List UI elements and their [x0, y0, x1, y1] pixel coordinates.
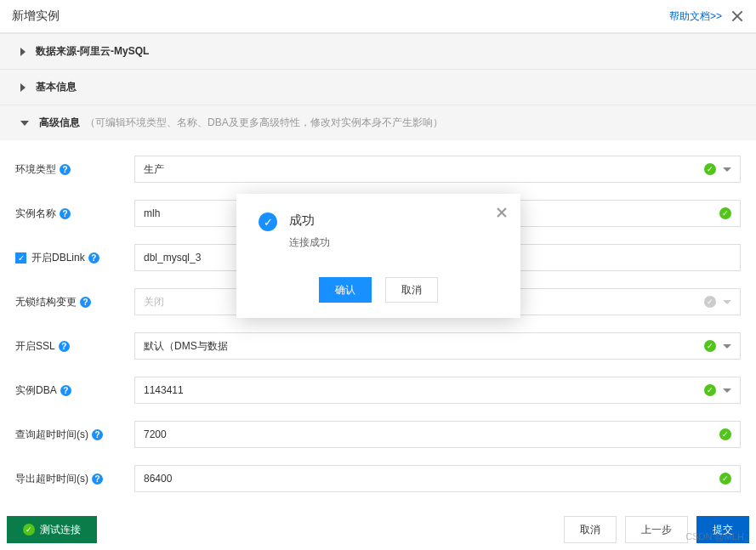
- env-type-select[interactable]: 生产 ✓: [134, 156, 741, 183]
- help-icon[interactable]: ?: [59, 341, 70, 352]
- ssl-value: 默认（DMS与数据: [144, 339, 699, 354]
- env-type-value: 生产: [144, 162, 699, 177]
- help-icon[interactable]: ?: [88, 252, 99, 264]
- check-icon: ✓: [704, 163, 716, 175]
- help-icon[interactable]: ?: [60, 208, 71, 219]
- dialog-title: 新增实例: [12, 9, 60, 24]
- modal-title: 成功: [289, 213, 330, 229]
- section-advanced-sub: （可编辑环境类型、名称、DBA及更多高级特性，修改对实例本身不产生影响）: [85, 116, 443, 130]
- check-icon: ✓: [23, 524, 35, 536]
- label-dba-text: 实例DBA: [15, 383, 57, 398]
- section-advanced: 高级信息 （可编辑环境类型、名称、DBA及更多高级特性，修改对实例本身不产生影响…: [0, 105, 756, 140]
- help-icon[interactable]: ?: [60, 385, 71, 396]
- modal-body: ✓ 成功 连接成功: [259, 213, 498, 250]
- prev-button[interactable]: 上一步: [625, 516, 688, 543]
- disabled-icon: ✓: [704, 296, 716, 308]
- chevron-down-icon: [723, 300, 731, 304]
- section-datasource: 数据来源-阿里云-MySQL: [0, 33, 756, 69]
- query-timeout-value: 7200: [144, 428, 714, 440]
- modal-content: 成功 连接成功: [289, 213, 330, 250]
- check-icon: ✓: [719, 473, 731, 485]
- row-env-type: 环境类型 ? 生产 ✓: [0, 147, 756, 191]
- label-env-type: 环境类型 ?: [15, 162, 134, 177]
- modal-footer: 确认 取消: [259, 277, 498, 303]
- chevron-down-icon: [723, 167, 731, 172]
- section-advanced-label: 高级信息: [39, 116, 80, 130]
- section-datasource-header[interactable]: 数据来源-阿里云-MySQL: [0, 34, 756, 69]
- export-timeout-value: 86400: [144, 473, 714, 485]
- check-icon: ✓: [704, 384, 716, 396]
- check-icon: ✓: [719, 428, 731, 440]
- test-connection-label: 测试连接: [40, 523, 81, 537]
- help-icon[interactable]: ?: [92, 429, 103, 440]
- section-advanced-header[interactable]: 高级信息 （可编辑环境类型、名称、DBA及更多高级特性，修改对实例本身不产生影响…: [0, 105, 756, 140]
- row-query-timeout: 查询超时时间(s) ? 7200 ✓: [0, 412, 756, 456]
- label-query-timeout-text: 查询超时时间(s): [15, 428, 88, 442]
- export-timeout-input[interactable]: 86400 ✓: [134, 465, 741, 492]
- section-basic-header[interactable]: 基本信息: [0, 70, 756, 105]
- label-instance-name: 实例名称 ?: [15, 207, 134, 221]
- ssl-select[interactable]: 默认（DMS与数据 ✓: [134, 332, 741, 360]
- label-instance-name-text: 实例名称: [15, 207, 56, 221]
- label-export-timeout: 导出超时时间(s) ?: [15, 472, 134, 486]
- section-datasource-label: 数据来源-阿里云-MySQL: [36, 44, 149, 59]
- help-icon[interactable]: ?: [80, 297, 91, 308]
- chevron-down-icon: [723, 388, 731, 393]
- section-basic: 基本信息: [0, 69, 756, 105]
- label-dblink: ✓ 开启DBLink ?: [15, 251, 134, 265]
- query-timeout-input[interactable]: 7200 ✓: [134, 421, 741, 448]
- footer-actions: 取消 上一步 提交: [564, 516, 749, 543]
- modal-ok-button[interactable]: 确认: [319, 277, 372, 303]
- label-dba: 实例DBA ?: [15, 383, 134, 398]
- chevron-right-icon: [20, 48, 26, 56]
- modal-close-icon[interactable]: [495, 206, 509, 219]
- label-export-timeout-text: 导出超时时间(s): [15, 472, 88, 486]
- help-icon[interactable]: ?: [92, 473, 103, 485]
- test-connection-button[interactable]: ✓ 测试连接: [7, 516, 97, 543]
- check-icon: ✓: [704, 340, 716, 352]
- row-export-timeout: 导出超时时间(s) ? 86400 ✓: [0, 456, 756, 501]
- modal-cancel-button[interactable]: 取消: [385, 277, 438, 303]
- dba-select[interactable]: 1143411 ✓: [134, 377, 741, 404]
- label-env-type-text: 环境类型: [15, 162, 56, 177]
- label-ssl-text: 开启SSL: [15, 339, 55, 354]
- header-actions: 帮助文档>>: [669, 9, 744, 24]
- success-modal: ✓ 成功 连接成功 确认 取消: [236, 194, 520, 318]
- label-dblink-text: 开启DBLink: [31, 251, 85, 265]
- label-lockfree: 无锁结构变更 ?: [15, 295, 134, 309]
- check-icon: ✓: [719, 207, 731, 219]
- dblink-checkbox[interactable]: ✓: [15, 252, 26, 264]
- chevron-down-icon: [723, 344, 731, 349]
- section-basic-label: 基本信息: [36, 80, 77, 94]
- chevron-down-icon: [20, 121, 29, 126]
- chevron-right-icon: [20, 83, 26, 92]
- modal-message: 连接成功: [289, 235, 330, 250]
- row-dba: 实例DBA ? 1143411 ✓: [0, 368, 756, 412]
- label-lockfree-text: 无锁结构变更: [15, 295, 77, 309]
- submit-button[interactable]: 提交: [696, 516, 749, 543]
- label-ssl: 开启SSL ?: [15, 339, 134, 354]
- dba-value: 1143411: [144, 384, 699, 396]
- help-icon[interactable]: ?: [60, 164, 71, 175]
- close-icon[interactable]: [730, 9, 744, 23]
- success-check-icon: ✓: [259, 213, 277, 231]
- dialog-footer: ✓ 测试连接 取消 上一步 提交: [0, 509, 756, 550]
- help-docs-link[interactable]: 帮助文档>>: [669, 9, 722, 24]
- cancel-button[interactable]: 取消: [564, 516, 617, 543]
- label-query-timeout: 查询超时时间(s) ?: [15, 428, 134, 442]
- dialog-header: 新增实例 帮助文档>>: [0, 0, 756, 33]
- row-ssl: 开启SSL ? 默认（DMS与数据 ✓: [0, 324, 756, 368]
